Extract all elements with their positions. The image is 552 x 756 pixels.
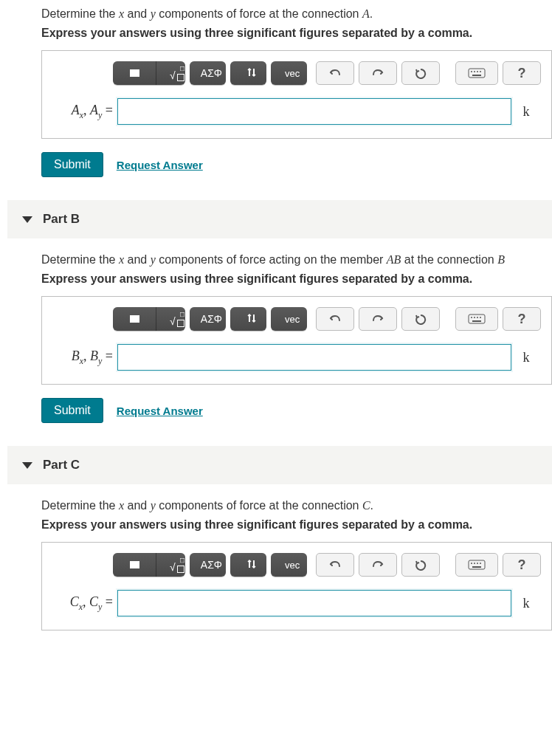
help-button[interactable]: ? xyxy=(503,307,541,331)
greek-button[interactable]: ΑΣΦ xyxy=(190,553,226,577)
svg-point-10 xyxy=(480,317,481,318)
svg-point-15 xyxy=(477,563,478,564)
svg-point-9 xyxy=(477,317,478,318)
partA-submit-button[interactable]: Submit xyxy=(41,152,103,177)
partA-instruction: Express your answers using three signifi… xyxy=(41,27,552,40)
collapse-icon[interactable] xyxy=(22,462,32,469)
partA-toolbar: □√ ΑΣΦ vec ? xyxy=(113,61,541,85)
templates-button[interactable] xyxy=(113,307,156,331)
partB-prompt: Determine the x and y components of forc… xyxy=(41,253,552,267)
partB-title: Part B xyxy=(43,212,80,227)
partC-title: Part C xyxy=(43,458,80,472)
fraction-button[interactable]: □√ xyxy=(156,61,185,85)
svg-rect-0 xyxy=(469,69,485,78)
partB-toolbar: □√ ΑΣΦ vec ? xyxy=(113,307,541,331)
svg-point-8 xyxy=(474,317,475,318)
subscript-button[interactable] xyxy=(230,553,266,577)
partB-request-answer-link[interactable]: Request Answer xyxy=(117,405,203,417)
partC-answer-box: □√ ΑΣΦ vec ? Cx, Cy = k xyxy=(41,542,552,630)
help-button[interactable]: ? xyxy=(503,553,541,577)
partA-lhs: Ax, Ay = xyxy=(52,103,117,121)
partC-prompt: Determine the x and y components of forc… xyxy=(41,499,552,512)
partA-answer-box: □√ ΑΣΦ vec ? Ax, Ay = k xyxy=(41,50,552,139)
reset-button[interactable] xyxy=(401,307,440,331)
partA-answer-input[interactable] xyxy=(117,98,511,125)
svg-point-16 xyxy=(480,563,481,564)
undo-button[interactable] xyxy=(316,553,354,577)
svg-point-7 xyxy=(471,317,472,318)
undo-button[interactable] xyxy=(316,61,354,85)
redo-button[interactable] xyxy=(359,553,397,577)
partB-answer-input[interactable] xyxy=(117,344,511,371)
greek-button[interactable]: ΑΣΦ xyxy=(190,61,226,85)
greek-button[interactable]: ΑΣΦ xyxy=(190,307,226,331)
svg-rect-11 xyxy=(472,320,481,322)
partA-request-answer-link[interactable]: Request Answer xyxy=(117,159,203,171)
partB-unit: k xyxy=(511,350,541,365)
redo-button[interactable] xyxy=(359,61,397,85)
svg-rect-6 xyxy=(469,315,485,323)
fraction-button[interactable]: □√ xyxy=(156,307,185,331)
undo-button[interactable] xyxy=(316,307,354,331)
partB-answer-box: □√ ΑΣΦ vec ? Bx, By = k xyxy=(41,296,552,385)
svg-point-13 xyxy=(471,563,472,564)
keyboard-button[interactable] xyxy=(455,61,498,85)
svg-point-2 xyxy=(474,71,475,72)
svg-point-1 xyxy=(471,71,472,72)
fraction-button[interactable]: □√ xyxy=(156,553,185,577)
vec-button[interactable]: vec xyxy=(271,307,307,331)
partA-prompt: Determine the x and y components of forc… xyxy=(41,7,552,21)
keyboard-button[interactable] xyxy=(455,553,498,577)
templates-button[interactable] xyxy=(113,61,156,85)
vec-button[interactable]: vec xyxy=(271,553,307,577)
reset-button[interactable] xyxy=(401,61,440,85)
svg-rect-12 xyxy=(469,560,485,569)
svg-point-4 xyxy=(480,71,481,72)
partB-lhs: Bx, By = xyxy=(52,348,117,367)
partC-toolbar: □√ ΑΣΦ vec ? xyxy=(113,553,541,577)
partC-lhs: Cx, Cy = xyxy=(52,594,117,613)
subscript-button[interactable] xyxy=(230,307,266,331)
partB-header[interactable]: Part B xyxy=(7,199,552,238)
reset-button[interactable] xyxy=(401,553,440,577)
collapse-icon[interactable] xyxy=(22,216,32,223)
help-button[interactable]: ? xyxy=(503,61,541,85)
svg-rect-17 xyxy=(472,566,481,568)
partC-instruction: Express your answers using three signifi… xyxy=(41,518,552,532)
partA-unit: k xyxy=(511,104,541,120)
partC-header[interactable]: Part C xyxy=(7,445,552,484)
partC-unit: k xyxy=(511,596,541,611)
svg-rect-5 xyxy=(472,75,481,76)
partC-answer-input[interactable] xyxy=(117,590,511,616)
templates-button[interactable] xyxy=(113,553,156,577)
vec-button[interactable]: vec xyxy=(271,61,307,85)
partB-submit-button[interactable]: Submit xyxy=(41,398,103,423)
svg-point-3 xyxy=(477,71,478,72)
keyboard-button[interactable] xyxy=(455,307,498,331)
subscript-button[interactable] xyxy=(230,61,266,85)
partB-instruction: Express your answers using three signifi… xyxy=(41,272,552,286)
svg-point-14 xyxy=(474,563,475,564)
redo-button[interactable] xyxy=(359,307,397,331)
